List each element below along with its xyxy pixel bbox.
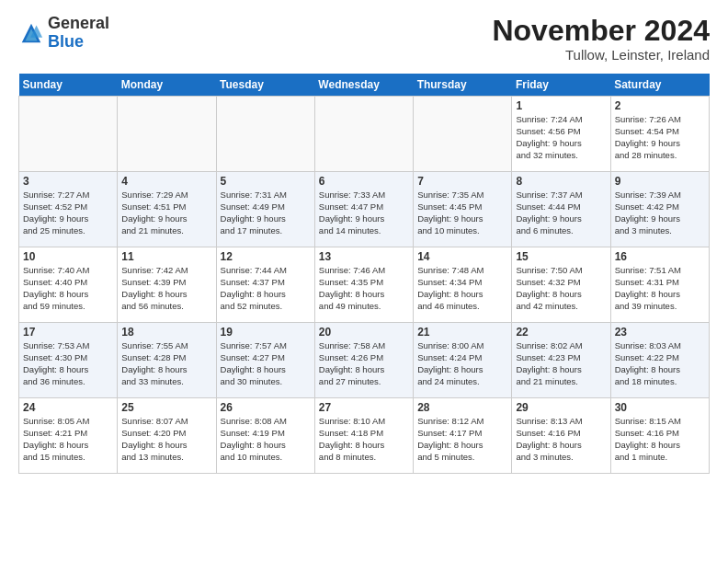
day-info: Sunrise: 8:02 AM Sunset: 4:23 PM Dayligh… bbox=[516, 340, 606, 387]
logo-general-text: General bbox=[48, 14, 109, 32]
calendar-day-cell bbox=[216, 97, 314, 172]
calendar-day-cell: 28Sunrise: 8:12 AM Sunset: 4:17 PM Dayli… bbox=[414, 398, 512, 474]
day-number: 30 bbox=[615, 401, 705, 414]
day-info: Sunrise: 8:10 AM Sunset: 4:18 PM Dayligh… bbox=[319, 416, 409, 463]
calendar-week-row: 1Sunrise: 7:24 AM Sunset: 4:56 PM Daylig… bbox=[19, 97, 710, 172]
month-title: November 2024 bbox=[492, 15, 710, 47]
calendar-day-cell: 3Sunrise: 7:27 AM Sunset: 4:52 PM Daylig… bbox=[19, 172, 118, 247]
col-header-monday: Monday bbox=[118, 74, 216, 97]
day-info: Sunrise: 7:44 AM Sunset: 4:37 PM Dayligh… bbox=[221, 265, 311, 312]
calendar-day-cell: 10Sunrise: 7:40 AM Sunset: 4:40 PM Dayli… bbox=[19, 247, 118, 323]
logo: General Blue bbox=[18, 15, 109, 52]
day-info: Sunrise: 7:37 AM Sunset: 4:44 PM Dayligh… bbox=[516, 190, 606, 236]
calendar-day-cell: 20Sunrise: 7:58 AM Sunset: 4:26 PM Dayli… bbox=[314, 323, 413, 398]
calendar-table: SundayMondayTuesdayWednesdayThursdayFrid… bbox=[18, 74, 710, 474]
col-header-thursday: Thursday bbox=[414, 74, 512, 97]
location: Tullow, Leinster, Ireland bbox=[492, 47, 710, 63]
calendar-day-cell: 30Sunrise: 8:15 AM Sunset: 4:16 PM Dayli… bbox=[610, 398, 709, 474]
day-info: Sunrise: 8:13 AM Sunset: 4:16 PM Dayligh… bbox=[516, 416, 606, 463]
day-number: 18 bbox=[121, 326, 211, 339]
calendar-day-cell: 9Sunrise: 7:39 AM Sunset: 4:42 PM Daylig… bbox=[610, 172, 709, 247]
day-number: 7 bbox=[417, 175, 507, 188]
day-info: Sunrise: 8:08 AM Sunset: 4:19 PM Dayligh… bbox=[221, 416, 311, 463]
calendar-day-cell bbox=[414, 97, 512, 172]
day-number: 26 bbox=[221, 401, 311, 414]
calendar-day-cell: 26Sunrise: 8:08 AM Sunset: 4:19 PM Dayli… bbox=[216, 398, 314, 474]
day-info: Sunrise: 7:53 AM Sunset: 4:30 PM Dayligh… bbox=[23, 340, 113, 387]
day-number: 25 bbox=[121, 401, 211, 414]
day-number: 8 bbox=[516, 175, 606, 188]
day-number: 6 bbox=[319, 175, 409, 188]
calendar-week-row: 17Sunrise: 7:53 AM Sunset: 4:30 PM Dayli… bbox=[19, 323, 710, 398]
day-info: Sunrise: 7:29 AM Sunset: 4:51 PM Dayligh… bbox=[121, 190, 211, 236]
day-number: 2 bbox=[615, 99, 705, 112]
day-number: 21 bbox=[417, 326, 507, 339]
day-number: 10 bbox=[23, 250, 113, 263]
day-info: Sunrise: 7:48 AM Sunset: 4:34 PM Dayligh… bbox=[417, 265, 507, 312]
day-number: 15 bbox=[516, 250, 606, 263]
calendar-day-cell: 2Sunrise: 7:26 AM Sunset: 4:54 PM Daylig… bbox=[610, 97, 709, 172]
calendar-day-cell: 4Sunrise: 7:29 AM Sunset: 4:51 PM Daylig… bbox=[118, 172, 216, 247]
calendar-day-cell: 7Sunrise: 7:35 AM Sunset: 4:45 PM Daylig… bbox=[414, 172, 512, 247]
page: General Blue November 2024 Tullow, Leins… bbox=[0, 0, 728, 483]
day-info: Sunrise: 8:15 AM Sunset: 4:16 PM Dayligh… bbox=[615, 416, 705, 463]
logo-blue-text: Blue bbox=[48, 32, 84, 51]
day-info: Sunrise: 8:03 AM Sunset: 4:22 PM Dayligh… bbox=[615, 340, 705, 387]
day-number: 12 bbox=[221, 250, 311, 263]
day-info: Sunrise: 7:40 AM Sunset: 4:40 PM Dayligh… bbox=[23, 265, 113, 312]
day-info: Sunrise: 8:05 AM Sunset: 4:21 PM Dayligh… bbox=[23, 416, 113, 463]
calendar-week-row: 3Sunrise: 7:27 AM Sunset: 4:52 PM Daylig… bbox=[19, 172, 710, 247]
calendar-day-cell: 16Sunrise: 7:51 AM Sunset: 4:31 PM Dayli… bbox=[610, 247, 709, 323]
day-info: Sunrise: 7:33 AM Sunset: 4:47 PM Dayligh… bbox=[319, 190, 409, 236]
calendar-day-cell: 8Sunrise: 7:37 AM Sunset: 4:44 PM Daylig… bbox=[512, 172, 610, 247]
calendar-day-cell: 21Sunrise: 8:00 AM Sunset: 4:24 PM Dayli… bbox=[414, 323, 512, 398]
day-number: 24 bbox=[23, 401, 113, 414]
calendar-day-cell: 24Sunrise: 8:05 AM Sunset: 4:21 PM Dayli… bbox=[19, 398, 118, 474]
day-number: 3 bbox=[23, 175, 113, 188]
day-info: Sunrise: 7:26 AM Sunset: 4:54 PM Dayligh… bbox=[615, 114, 705, 161]
calendar-header-row: SundayMondayTuesdayWednesdayThursdayFrid… bbox=[19, 74, 710, 97]
calendar-week-row: 10Sunrise: 7:40 AM Sunset: 4:40 PM Dayli… bbox=[19, 247, 710, 323]
day-info: Sunrise: 7:24 AM Sunset: 4:56 PM Dayligh… bbox=[516, 114, 606, 161]
calendar-day-cell: 13Sunrise: 7:46 AM Sunset: 4:35 PM Dayli… bbox=[314, 247, 413, 323]
day-number: 20 bbox=[319, 326, 409, 339]
day-number: 27 bbox=[319, 401, 409, 414]
day-number: 22 bbox=[516, 326, 606, 339]
col-header-saturday: Saturday bbox=[610, 74, 709, 97]
day-info: Sunrise: 7:31 AM Sunset: 4:49 PM Dayligh… bbox=[221, 190, 311, 236]
day-number: 28 bbox=[417, 401, 507, 414]
day-info: Sunrise: 7:35 AM Sunset: 4:45 PM Dayligh… bbox=[417, 190, 507, 236]
header: General Blue November 2024 Tullow, Leins… bbox=[18, 15, 710, 63]
col-header-sunday: Sunday bbox=[19, 74, 118, 97]
calendar-day-cell bbox=[19, 97, 118, 172]
day-info: Sunrise: 8:00 AM Sunset: 4:24 PM Dayligh… bbox=[417, 340, 507, 387]
day-info: Sunrise: 7:51 AM Sunset: 4:31 PM Dayligh… bbox=[615, 265, 705, 312]
col-header-friday: Friday bbox=[512, 74, 610, 97]
day-number: 29 bbox=[516, 401, 606, 414]
day-info: Sunrise: 7:58 AM Sunset: 4:26 PM Dayligh… bbox=[319, 340, 409, 387]
day-number: 5 bbox=[221, 175, 311, 188]
calendar-day-cell: 25Sunrise: 8:07 AM Sunset: 4:20 PM Dayli… bbox=[118, 398, 216, 474]
calendar-week-row: 24Sunrise: 8:05 AM Sunset: 4:21 PM Dayli… bbox=[19, 398, 710, 474]
calendar-day-cell: 12Sunrise: 7:44 AM Sunset: 4:37 PM Dayli… bbox=[216, 247, 314, 323]
title-block: November 2024 Tullow, Leinster, Ireland bbox=[492, 15, 710, 63]
day-info: Sunrise: 7:55 AM Sunset: 4:28 PM Dayligh… bbox=[121, 340, 211, 387]
day-number: 16 bbox=[615, 250, 705, 263]
day-info: Sunrise: 7:27 AM Sunset: 4:52 PM Dayligh… bbox=[23, 190, 113, 236]
col-header-tuesday: Tuesday bbox=[216, 74, 314, 97]
calendar-day-cell: 17Sunrise: 7:53 AM Sunset: 4:30 PM Dayli… bbox=[19, 323, 118, 398]
day-info: Sunrise: 8:12 AM Sunset: 4:17 PM Dayligh… bbox=[417, 416, 507, 463]
day-number: 14 bbox=[417, 250, 507, 263]
day-info: Sunrise: 7:39 AM Sunset: 4:42 PM Dayligh… bbox=[615, 190, 705, 236]
day-number: 1 bbox=[516, 99, 606, 112]
day-info: Sunrise: 7:42 AM Sunset: 4:39 PM Dayligh… bbox=[121, 265, 211, 312]
day-number: 19 bbox=[221, 326, 311, 339]
calendar-day-cell: 18Sunrise: 7:55 AM Sunset: 4:28 PM Dayli… bbox=[118, 323, 216, 398]
day-number: 13 bbox=[319, 250, 409, 263]
logo-icon bbox=[18, 20, 44, 46]
day-info: Sunrise: 7:50 AM Sunset: 4:32 PM Dayligh… bbox=[516, 265, 606, 312]
calendar-day-cell bbox=[314, 97, 413, 172]
calendar-day-cell: 14Sunrise: 7:48 AM Sunset: 4:34 PM Dayli… bbox=[414, 247, 512, 323]
calendar-day-cell: 23Sunrise: 8:03 AM Sunset: 4:22 PM Dayli… bbox=[610, 323, 709, 398]
calendar-day-cell: 27Sunrise: 8:10 AM Sunset: 4:18 PM Dayli… bbox=[314, 398, 413, 474]
